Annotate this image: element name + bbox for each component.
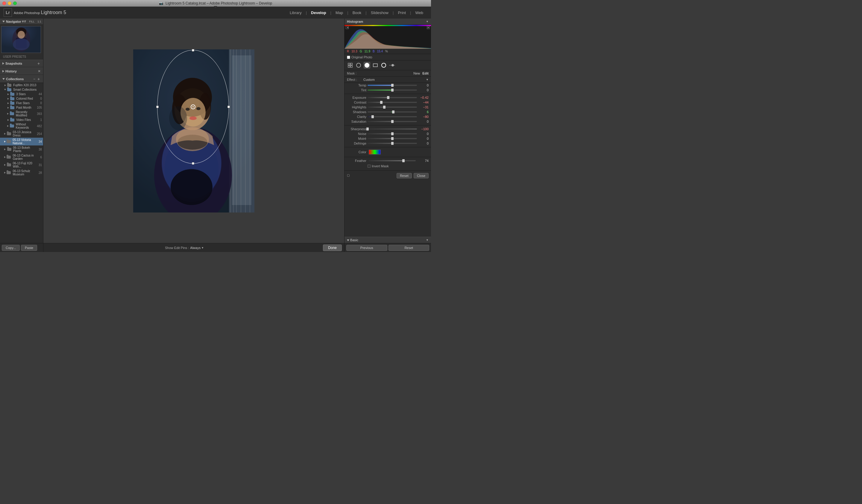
color-label: Color (347, 150, 366, 154)
coll-item-recently-modified[interactable]: Recently Modified 393 (0, 110, 43, 118)
crop-circle-btn[interactable] (355, 62, 362, 68)
nav-1to1-btn[interactable]: 1:1 (37, 20, 42, 23)
coll-item-bokeh-plants[interactable]: 06-13 Bokeh Plants 38 (0, 145, 43, 153)
noise-thumb[interactable] (391, 132, 394, 135)
nav-web[interactable]: Web (411, 6, 428, 18)
feather-slider[interactable] (369, 160, 416, 161)
sharpness-thumb[interactable] (366, 128, 369, 131)
svg-point-32 (169, 106, 187, 130)
coll-item-schulz-museum[interactable]: 06-13 Schulz Museum 28 (0, 169, 43, 176)
saturation-thumb[interactable] (391, 120, 394, 123)
saturation-slider[interactable] (367, 121, 417, 122)
coll-item-smart-collections[interactable]: Smart Collections (0, 88, 43, 92)
nav-library[interactable]: Library (286, 6, 306, 18)
temp-slider[interactable] (367, 85, 417, 86)
shadows-slider[interactable] (367, 111, 417, 112)
history-header[interactable]: History ✕ (0, 67, 43, 75)
invert-mask-checkbox[interactable] (367, 164, 370, 168)
graduated-filter-btn[interactable] (372, 62, 379, 68)
feather-thumb[interactable] (402, 159, 405, 162)
coll-item-video-files[interactable]: Video Files 1 (0, 118, 43, 122)
clarity-thumb[interactable] (371, 115, 374, 118)
collections-collapse-btn[interactable]: − (33, 77, 35, 81)
moire-value: 0 (418, 137, 429, 141)
photo-area[interactable] (43, 18, 344, 243)
coll-item-jessica-dress[interactable]: 03-13 Jessica Dress 254 (0, 130, 43, 138)
minimize-button[interactable] (8, 1, 11, 5)
moire-slider[interactable] (367, 138, 417, 139)
radial-filter-btn[interactable] (364, 62, 370, 68)
tint-slider[interactable] (367, 90, 417, 91)
mask-edit-btn[interactable]: Edit (422, 71, 429, 75)
snapshots-header[interactable]: Snapshots + (0, 59, 43, 67)
mask-close-btn[interactable]: Close (414, 173, 429, 178)
clarity-slider[interactable] (367, 116, 417, 117)
history-clear-btn[interactable]: ✕ (38, 69, 41, 73)
exposure-thumb[interactable] (387, 96, 389, 99)
tint-thumb[interactable] (391, 89, 394, 92)
nav-fit-btn[interactable]: FIT (21, 20, 27, 23)
coll-item-past-month[interactable]: Past Month 105 (0, 105, 43, 110)
highlights-slider[interactable] (367, 107, 417, 108)
contrast-thumb[interactable] (380, 101, 382, 104)
window-title: 📷 Lightroom 5 Catalog.lrcat – Adobe Phot… (159, 1, 272, 5)
coll-item-victoria[interactable]: 05-13 Victoria Natural... 34 (0, 138, 43, 145)
nav-fill-btn[interactable]: FILL (28, 20, 35, 23)
invert-mask-label: Invert Mask (372, 164, 389, 168)
color-swatch[interactable] (369, 150, 381, 155)
close-button[interactable] (2, 1, 6, 5)
histogram-dropdown[interactable]: ▼ (426, 20, 429, 23)
grid-tool-btn[interactable] (347, 62, 353, 68)
show-edit-pins-dropdown[interactable]: ▼ (201, 246, 204, 249)
sharpness-slider[interactable] (367, 129, 417, 130)
copy-button[interactable]: Copy... (2, 245, 20, 251)
coll-item-cactus-garden[interactable]: 06-13 Cactus in Garden 6 (0, 153, 43, 161)
slider-tool-btn[interactable] (389, 62, 395, 68)
effect-dropdown-icon[interactable]: ▼ (426, 78, 429, 81)
reset-button[interactable]: Reset (389, 245, 430, 251)
done-button[interactable]: Done (323, 244, 342, 251)
coll-item-without-keywords[interactable]: Without Keywords 482 (0, 122, 43, 130)
collections-add-btn[interactable]: + (37, 77, 41, 81)
coll-item-3stars[interactable]: 3 Stars 44 (0, 92, 43, 96)
snapshots-add-btn[interactable]: + (37, 61, 41, 66)
defringe-slider[interactable] (367, 143, 417, 144)
nav-print[interactable]: Print (394, 6, 410, 18)
shadows-thumb[interactable] (392, 110, 394, 114)
coll-item-colored-red[interactable]: Colored Red 0 (0, 96, 43, 101)
defringe-thumb[interactable] (391, 142, 394, 145)
nav-book[interactable]: Book (348, 6, 366, 18)
highlights-thumb[interactable] (383, 106, 386, 109)
svg-point-31 (190, 116, 197, 120)
contrast-slider[interactable] (367, 102, 417, 103)
titlebar: 📷 Lightroom 5 Catalog.lrcat – Adobe Phot… (0, 0, 431, 6)
adjustment-brush-btn[interactable] (380, 62, 387, 68)
mask-new-btn[interactable]: New (413, 71, 420, 75)
nav-links: Library | Develop | Map | Book | Slidesh… (286, 6, 428, 18)
previous-button[interactable]: Previous (346, 245, 387, 251)
maximize-button[interactable] (13, 1, 17, 5)
original-photo-checkbox[interactable] (347, 56, 350, 59)
nav-map[interactable]: Map (331, 6, 347, 18)
hist-clipping-highlights[interactable]: ▶ (427, 26, 430, 29)
mask-reset-btn[interactable]: Reset (396, 173, 412, 178)
histogram-arrows: ◀ ▶ (344, 26, 431, 29)
coll-item-fuji-x20-with[interactable]: 06-13 Fuji X20 With... 31 (0, 161, 43, 169)
nav-develop[interactable]: Develop (307, 6, 330, 18)
collections-header[interactable]: Collections − + (0, 75, 43, 83)
coll-item-five-stars[interactable]: Five Stars 0 (0, 101, 43, 105)
preview-image[interactable] (1, 26, 41, 53)
exposure-slider[interactable] (367, 97, 417, 98)
basic-header[interactable]: Basic ▼ (344, 237, 431, 243)
coll-arrow-colored-red (6, 97, 10, 100)
bottom-left-section: Copy... Paste (0, 243, 43, 252)
moire-thumb[interactable] (391, 137, 394, 140)
hist-clipping-shadows[interactable]: ◀ (346, 26, 349, 29)
noise-slider[interactable] (367, 133, 417, 134)
temp-thumb[interactable] (391, 84, 394, 87)
paste-button[interactable]: Paste (21, 245, 37, 251)
temp-label: Temp (347, 83, 366, 87)
coll-arrow-five-stars (6, 102, 10, 105)
nav-slideshow[interactable]: Slideshow (367, 6, 393, 18)
coll-item-fujifilm[interactable]: Fujifilm X20 2013 (0, 83, 43, 88)
